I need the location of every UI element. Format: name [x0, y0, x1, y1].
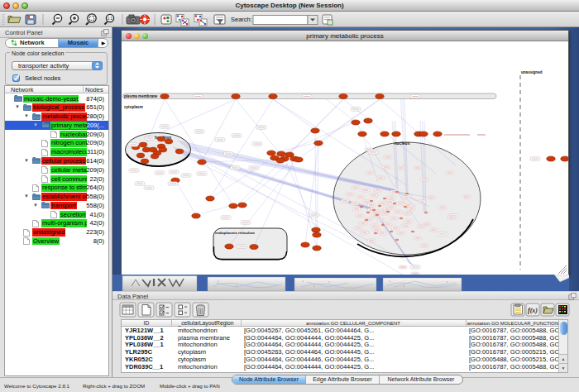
svg-text:f(x): f(x) — [528, 307, 538, 314]
svg-text:endoplasmic reticulum: endoplasmic reticulum — [215, 231, 255, 235]
svg-text:nucleus: nucleus — [395, 141, 410, 146]
svg-text:plasma membrane: plasma membrane — [124, 94, 158, 98]
svg-text:unassigned: unassigned — [521, 70, 543, 74]
svg-text:cytoplasm: cytoplasm — [124, 105, 143, 109]
svg-text:1:1: 1:1 — [108, 17, 113, 21]
svg-text:Search:: Search: — [231, 16, 252, 23]
